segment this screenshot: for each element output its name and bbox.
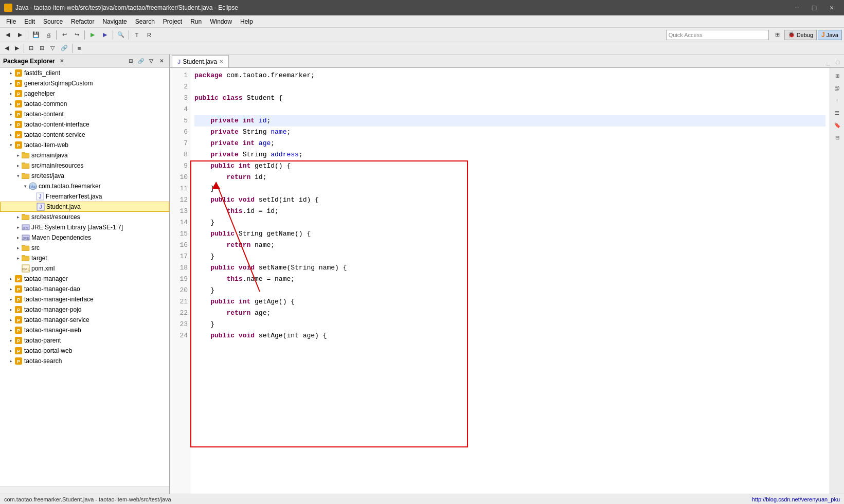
t2-filter-btn[interactable]: ▽ [48, 43, 57, 53]
toolbar-open-res-btn[interactable]: R [143, 29, 155, 41]
code-token [194, 206, 226, 217]
tree-item-2[interactable]: ▸Ppagehelper [0, 88, 169, 99]
svg-text:pkg: pkg [29, 184, 37, 189]
menu-source[interactable]: Source [39, 15, 67, 28]
editor-min-btn[interactable]: _ [824, 57, 832, 67]
tree-item-1[interactable]: ▸PgeneratorSqlmapCustom [0, 78, 169, 88]
tree-item-5[interactable]: ▸Ptaotao-content-interface [0, 119, 169, 130]
t2-collapse-all-btn[interactable]: ⊟ [26, 43, 36, 53]
tree-label-19: pom.xml [31, 265, 55, 272]
tree-item-23[interactable]: ▸Ptaotao-manager-pojo [0, 304, 169, 315]
rt-btn-3[interactable]: ↑ [832, 95, 843, 106]
code-token [194, 262, 210, 274]
tree-icon-folder-18 [22, 254, 30, 262]
toolbar-redo-btn[interactable]: ↪ [71, 29, 82, 41]
quick-access-input[interactable]: Quick Access [666, 30, 769, 40]
pe-collapse-btn[interactable]: ⊟ [126, 57, 135, 66]
tree-item-22[interactable]: ▸Ptaotao-manager-interface [0, 294, 169, 304]
menu-file[interactable]: File [2, 15, 20, 28]
code-area[interactable]: package com.taotao.freemarker; public cl… [190, 68, 830, 494]
tree-item-0[interactable]: ▸Pfastdfs_client [0, 68, 169, 78]
toolbar-open-type-btn[interactable]: T [131, 29, 142, 41]
maximize-button[interactable]: □ [806, 0, 822, 15]
tree-item-18[interactable]: ▸target [0, 253, 169, 263]
titlebar-controls[interactable]: − □ × [788, 0, 840, 15]
tree-item-21[interactable]: ▸Ptaotao-manager-dao [0, 284, 169, 294]
code-token: ; [271, 138, 275, 149]
tree-item-15[interactable]: ▸JREJRE System Library [JavaSE-1.7] [0, 222, 169, 232]
tree-label-14: src/test/resources [31, 213, 80, 221]
svg-rect-33 [22, 215, 29, 220]
code-token [194, 149, 210, 160]
pe-close-btn[interactable]: ✕ [157, 57, 166, 66]
toolbar-search-btn[interactable]: 🔍 [115, 29, 127, 41]
pe-link-btn[interactable]: 🔗 [136, 57, 146, 66]
tree-item-6[interactable]: ▸Ptaotao-content-service [0, 130, 169, 140]
toolbar-forward-btn[interactable]: ▶ [14, 29, 26, 41]
tree-item-8[interactable]: ▸src/main/java [0, 150, 169, 160]
toolbar-back-btn[interactable]: ◀ [2, 29, 13, 41]
code-token: age [255, 308, 266, 319]
t2-menu-btn[interactable]: ≡ [75, 43, 83, 53]
tree-item-12[interactable]: JFreemarkerTest.java [0, 191, 169, 202]
tree-item-4[interactable]: ▸Ptaotao-content [0, 109, 169, 119]
rt-btn-4[interactable]: ☰ [832, 107, 843, 118]
tree-item-9[interactable]: ▸src/main/resources [0, 160, 169, 171]
menu-search[interactable]: Search [131, 15, 159, 28]
tree-item-14[interactable]: ▸src/test/resources [0, 212, 169, 222]
rt-btn-2[interactable]: @ [832, 82, 843, 94]
menu-edit[interactable]: Edit [20, 15, 39, 28]
menu-window[interactable]: Window [206, 15, 236, 28]
pe-horizontal-scrollbar[interactable] [0, 487, 169, 494]
line-numbers: 123456789101112131415161718192021222324 [170, 68, 190, 494]
tree-icon-folder-8 [22, 151, 30, 159]
rt-btn-6[interactable]: ⊟ [832, 132, 843, 143]
menu-refactor[interactable]: Refactor [67, 15, 98, 28]
toolbar-print-btn[interactable]: 🖨 [43, 29, 54, 41]
toolbar-undo-btn[interactable]: ↩ [59, 29, 70, 41]
java-perspective-btn[interactable]: J Java [818, 30, 842, 40]
tree-item-10[interactable]: ▾src/test/java [0, 171, 169, 181]
toolbar-debug-run-btn[interactable]: ▶ [99, 29, 111, 41]
tree-item-17[interactable]: ▸src [0, 243, 169, 253]
t2-btn-2[interactable]: ▶ [12, 43, 22, 53]
toolbar-save-btn[interactable]: 💾 [30, 29, 42, 41]
debug-perspective-btn[interactable]: 🐞 Debug [784, 30, 817, 40]
open-perspective-btn[interactable]: ⊞ [772, 29, 783, 41]
t2-link-btn[interactable]: 🔗 [58, 43, 70, 53]
rt-btn-1[interactable]: ⊞ [832, 70, 843, 81]
t2-expand-all-btn[interactable]: ⊞ [37, 43, 47, 53]
tab-close-btn[interactable]: ✕ [219, 59, 223, 64]
line-number-4: 4 [170, 104, 188, 115]
tree-item-3[interactable]: ▸Ptaotao-common [0, 99, 169, 109]
tree-item-25[interactable]: ▸Ptaotao-manager-web [0, 325, 169, 335]
svg-text:P: P [17, 102, 20, 107]
tree-item-13[interactable]: JStudent.java [0, 202, 169, 212]
pe-menu-btn[interactable]: ▽ [147, 57, 156, 66]
menu-help[interactable]: Help [236, 15, 257, 28]
tree-item-11[interactable]: ▾pkgcom.taotao.freemarker [0, 181, 169, 191]
editor-max-btn[interactable]: □ [833, 57, 842, 67]
tree-item-26[interactable]: ▸Ptaotao-parent [0, 335, 169, 346]
code-line-5: private int id; [194, 115, 825, 127]
tree-item-24[interactable]: ▸Ptaotao-manager-service [0, 315, 169, 325]
tree-item-19[interactable]: XMLpom.xml [0, 263, 169, 274]
tree-item-7[interactable]: ▾Ptaotao-item-web [0, 140, 169, 150]
tree-item-16[interactable]: ▸JREMaven Dependencies [0, 232, 169, 243]
menu-run[interactable]: Run [186, 15, 206, 28]
menu-project[interactable]: Project [159, 15, 186, 28]
code-line-1: package com.taotao.freemarker; [194, 70, 825, 81]
tab-student-java[interactable]: J Student.java ✕ [172, 55, 229, 67]
tree-item-28[interactable]: ▸Ptaotao-search [0, 356, 169, 366]
tree-chevron-0: ▸ [7, 70, 14, 76]
tree-item-27[interactable]: ▸Ptaotao-portal-web [0, 346, 169, 356]
menu-navigate[interactable]: Navigate [98, 15, 131, 28]
tree-chevron-6: ▸ [7, 132, 14, 137]
package-explorer: Package Explorer ✕ ⊟ 🔗 ▽ ✕ ▸Pfastdfs_cli… [0, 55, 170, 494]
t2-btn-1[interactable]: ◀ [2, 43, 11, 53]
rt-btn-5[interactable]: 🔖 [832, 119, 843, 131]
close-button[interactable]: × [823, 0, 840, 15]
tree-item-20[interactable]: ▸Ptaotao-manager [0, 274, 169, 284]
toolbar-run-btn[interactable]: ▶ [87, 29, 98, 41]
minimize-button[interactable]: − [788, 0, 805, 15]
